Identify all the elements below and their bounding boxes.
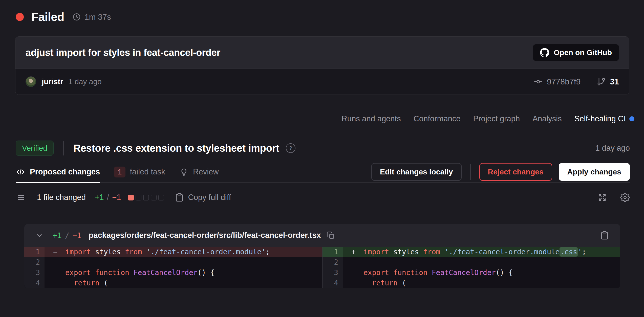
code-icon [16, 167, 25, 177]
code-line [343, 257, 620, 267]
branch-count: 31 [610, 77, 619, 86]
nav-analysis[interactable]: Analysis [532, 114, 562, 123]
code-row: 3export function FeatCancelOrder() { [323, 267, 620, 278]
commit-hash: 9778b7f9 [547, 77, 581, 86]
line-number: 1 [323, 247, 343, 257]
chevron-down-icon[interactable] [35, 231, 44, 239]
diff-right-panel: 1+import styles from './feat-cancel-orde… [323, 247, 620, 288]
commit-card-header: adjust import for styles in feat-cancel-… [15, 37, 629, 69]
file-path: packages/orders/feat-cancel-order/src/li… [89, 231, 321, 240]
reject-changes-button[interactable]: Reject changes [479, 163, 552, 181]
failed-count-badge: 1 [114, 167, 125, 177]
line-number: 1 [24, 247, 45, 257]
git-branch-icon [597, 77, 606, 86]
diff-code: 1−import styles from './feat-cancel-orde… [24, 247, 620, 288]
code-line: export function FeatCancelOrder() { [343, 267, 620, 278]
section-nav: Runs and agents Conformance Project grap… [341, 114, 634, 123]
gear-icon[interactable] [620, 193, 630, 202]
file-additions: +1 [53, 231, 62, 240]
verified-badge: Verified [16, 141, 54, 156]
clock-icon [72, 13, 81, 21]
tab-failed-task[interactable]: 1 failed task [114, 162, 165, 182]
clipboard-icon [175, 193, 184, 202]
diff-progress-square [151, 195, 157, 200]
line-number: 4 [24, 278, 45, 288]
additions-count: +1 [95, 193, 104, 202]
line-number: 4 [323, 278, 343, 288]
notification-dot [629, 116, 634, 121]
run-status: Failed 1m 37s [16, 10, 111, 24]
apply-changes-button[interactable]: Apply changes [559, 163, 630, 181]
lightbulb-icon [179, 167, 188, 176]
nav-self-healing-ci-label: Self-healing CI [574, 114, 626, 123]
diff-progress-square [136, 195, 141, 200]
diff-progress-square [143, 195, 149, 200]
files-changed-label: 1 file changed [37, 193, 86, 202]
deletions-count: −1 [112, 193, 121, 202]
tab-failed-task-label: failed task [130, 167, 165, 176]
code-row: 3export function FeatCancelOrder() { [24, 267, 322, 278]
copy-full-diff-button[interactable]: Copy full diff [175, 193, 231, 202]
help-icon[interactable]: ? [286, 143, 295, 153]
tab-review-label: Review [193, 167, 219, 176]
line-number: 2 [323, 257, 343, 267]
code-line: return ( [343, 278, 620, 288]
page: Failed 1m 37s adjust import for styles i… [0, 0, 644, 317]
commit-card-footer: juristr 1 day ago 9778b7f9 31 [15, 69, 629, 95]
commit-author: juristr [42, 77, 63, 86]
divider [470, 164, 471, 180]
avatar [26, 76, 36, 87]
nav-conformance[interactable]: Conformance [414, 114, 461, 123]
code-row: 2 [323, 257, 620, 267]
fix-heading-row: Verified Restore .css extension to style… [16, 141, 630, 156]
diff-toolbar: 1 file changed +1 / −1 Copy full diff [16, 193, 630, 202]
commit-hash-group[interactable]: 9778b7f9 [534, 77, 581, 86]
code-row: 1+import styles from './feat-cancel-orde… [323, 247, 620, 257]
file-stat-separator: / [65, 231, 69, 240]
fix-title: Restore .css extension to stylesheet imp… [73, 143, 279, 154]
branch-count-group[interactable]: 31 [597, 77, 619, 86]
status-label: Failed [31, 10, 64, 24]
diff-progress-square [158, 195, 164, 200]
commit-time: 1 day ago [68, 77, 102, 86]
code-line: −import styles from './feat-cancel-order… [45, 247, 322, 257]
github-icon [540, 48, 549, 57]
fix-tabs-row: Proposed changes 1 failed task Review Ed… [16, 162, 630, 183]
tab-review[interactable]: Review [179, 162, 219, 182]
open-on-github-button[interactable]: Open on GitHub [533, 44, 619, 61]
line-number: 2 [24, 257, 45, 267]
code-row: 2 [24, 257, 322, 267]
code-row: 4 return ( [24, 278, 322, 288]
copy-path-icon[interactable] [327, 231, 335, 239]
run-duration: 1m 37s [84, 12, 111, 22]
fix-actions: Edit changes locally Reject changes Appl… [371, 163, 630, 181]
diff-panel: +1 / −1 packages/orders/feat-cancel-orde… [24, 224, 620, 288]
expand-icon[interactable] [597, 193, 607, 202]
edit-changes-locally-button[interactable]: Edit changes locally [371, 163, 461, 181]
fix-time: 1 day ago [595, 144, 630, 153]
code-line [45, 257, 322, 267]
diff-left-panel: 1−import styles from './feat-cancel-orde… [24, 247, 323, 288]
code-row: 4 return ( [323, 278, 620, 288]
tab-proposed-changes[interactable]: Proposed changes [16, 162, 100, 182]
nav-runs-and-agents[interactable]: Runs and agents [341, 114, 401, 123]
line-number: 3 [323, 267, 343, 278]
nav-self-healing-ci[interactable]: Self-healing CI [574, 114, 634, 123]
stat-separator: / [107, 193, 109, 202]
github-button-label: Open on GitHub [554, 48, 612, 57]
diff-progress-squares [128, 195, 164, 200]
diff-file-header: +1 / −1 packages/orders/feat-cancel-orde… [24, 224, 620, 247]
file-list-menu-icon[interactable] [16, 193, 25, 202]
code-line: export function FeatCancelOrder() { [45, 267, 322, 278]
commit-card: adjust import for styles in feat-cancel-… [15, 36, 629, 95]
code-line: +import styles from './feat-cancel-order… [343, 247, 620, 257]
copy-file-diff-icon[interactable] [600, 231, 609, 240]
copy-full-diff-label: Copy full diff [188, 193, 231, 202]
nav-project-graph[interactable]: Project graph [473, 114, 520, 123]
line-number: 3 [24, 267, 45, 278]
tab-proposed-changes-label: Proposed changes [30, 167, 100, 176]
code-line: return ( [45, 278, 322, 288]
commit-title: adjust import for styles in feat-cancel-… [26, 47, 220, 58]
commit-icon [534, 77, 543, 86]
code-row: 1−import styles from './feat-cancel-orde… [24, 247, 322, 257]
